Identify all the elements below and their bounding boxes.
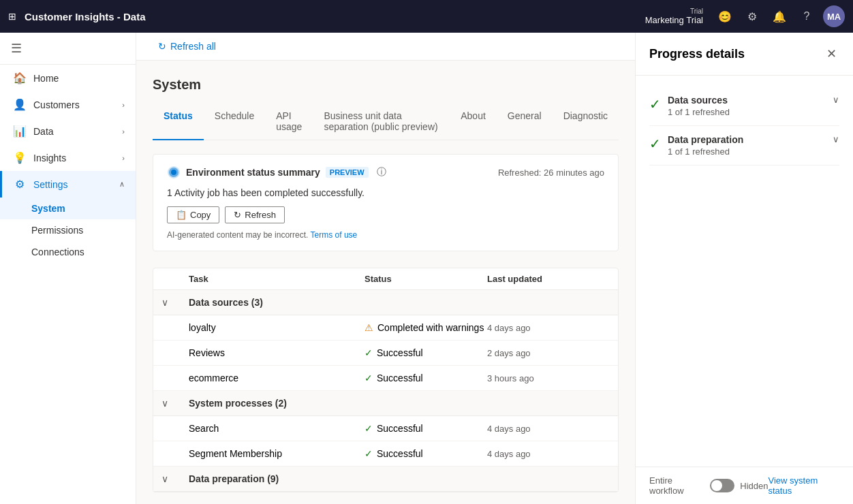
task-table: Task Status Last updated ∨ Data sources … — [153, 268, 619, 492]
app-layout: ☰ 🏠 Home 👤 Customers › 📊 Data › 💡 Insigh… — [0, 33, 853, 504]
info-icon: ⓘ — [377, 166, 386, 178]
env-status-header: Environment status summary PREVIEW ⓘ Ref… — [167, 166, 604, 179]
sidebar-sub-item-system[interactable]: System — [0, 198, 136, 219]
copy-button[interactable]: 📋 Copy — [167, 206, 219, 223]
apps-icon[interactable]: ⊞ — [8, 11, 16, 22]
progress-item-title: Data preparation — [668, 134, 826, 145]
progress-panel: Progress details ✕ ✓ Data sources 1 of 1… — [635, 33, 853, 504]
page-body: System Status Schedule API usage Busines… — [136, 61, 635, 504]
tab-status[interactable]: Status — [153, 104, 204, 140]
sidebar-item-home[interactable]: 🏠 Home — [0, 65, 136, 91]
customers-icon: 👤 — [13, 98, 27, 111]
svg-point-2 — [171, 170, 176, 175]
section-row-data-sources: ∨ Data sources (3) — [153, 290, 618, 315]
env-status-message: 1 Activity job has been completed succes… — [167, 187, 604, 198]
tab-general[interactable]: General — [497, 104, 553, 140]
page-title: System — [153, 77, 619, 93]
refresh-all-label: Refresh all — [170, 41, 216, 52]
progress-panel-body: ✓ Data sources 1 of 1 refreshed ∨ ✓ Data… — [636, 76, 853, 467]
help-button[interactable]: ? — [796, 5, 818, 27]
tab-diagnostic[interactable]: Diagnostic — [553, 104, 619, 140]
entire-workflow-toggle[interactable] — [710, 479, 735, 492]
section-row-system-processes: ∨ System processes (2) — [153, 391, 618, 416]
section-row-data-preparation: ∨ Data preparation (9) — [153, 467, 618, 492]
table-row: Search ✓ Successful 4 days ago — [153, 416, 618, 441]
refresh-label: Refresh — [245, 210, 276, 220]
sidebar-item-data[interactable]: 📊 Data › — [0, 118, 136, 144]
warning-icon: ⚠ — [365, 322, 373, 333]
task-name: Segment Membership — [189, 448, 365, 459]
task-name: loyalty — [189, 322, 365, 333]
entire-workflow-label: Entire workflow — [649, 475, 704, 496]
copy-icon: 📋 — [176, 210, 187, 220]
section-collapse-button[interactable]: ∨ — [161, 398, 168, 409]
refresh-icon: ↻ — [234, 210, 241, 220]
progress-expand-button[interactable]: ∨ — [833, 95, 839, 105]
sidebar-sub-item-connections[interactable]: Connections — [0, 241, 136, 263]
view-system-status-link[interactable]: View system status — [768, 475, 839, 496]
last-updated: 3 hours ago — [487, 373, 610, 383]
sidebar-sub-item-permissions[interactable]: Permissions — [0, 219, 136, 241]
section-collapse-button[interactable]: ∨ — [161, 297, 168, 308]
sidebar-menu-button[interactable]: ☰ — [0, 33, 136, 65]
progress-item-sub: 1 of 1 refreshed — [668, 107, 826, 117]
hidden-label: Hidden — [740, 481, 768, 491]
sidebar-sub-item-label: Connections — [31, 247, 84, 257]
refresh-all-button[interactable]: ↻ Refresh all — [153, 38, 221, 54]
avatar[interactable]: MA — [823, 5, 845, 27]
status-text: Successful — [377, 347, 423, 358]
sidebar-item-label: Customers — [33, 99, 80, 110]
task-name: ecommerce — [189, 373, 365, 383]
section-collapse-button[interactable]: ∨ — [161, 473, 168, 484]
home-icon: 🏠 — [13, 72, 27, 84]
table-row: Reviews ✓ Successful 2 days ago — [153, 341, 618, 366]
progress-item-sub: 1 of 1 refreshed — [668, 146, 826, 157]
table-header: Task Status Last updated — [153, 268, 618, 290]
org-info: Trial Marketing Trial — [645, 7, 703, 25]
last-updated: 2 days ago — [487, 348, 610, 358]
terms-of-use-link[interactable]: Terms of use — [311, 230, 358, 240]
tab-business-unit[interactable]: Business unit data separation (public pr… — [313, 104, 450, 140]
progress-item-title: Data sources — [668, 95, 826, 106]
tab-about[interactable]: About — [450, 104, 497, 140]
check-icon: ✓ — [649, 136, 661, 152]
chevron-down-icon: › — [122, 127, 125, 136]
refreshed-text: Refreshed: 26 minutes ago — [498, 168, 604, 178]
progress-expand-button[interactable]: ∨ — [833, 134, 839, 144]
env-status-title: Environment status summary — [186, 167, 320, 178]
emoji-button[interactable]: 😊 — [714, 5, 736, 27]
section-chevron-cell: ∨ — [161, 473, 189, 484]
tab-api-usage[interactable]: API usage — [265, 104, 313, 140]
bell-button[interactable]: 🔔 — [769, 5, 790, 27]
success-icon: ✓ — [365, 423, 373, 434]
tabs: Status Schedule API usage Business unit … — [153, 104, 619, 140]
section-title-data-sources: Data sources (3) — [189, 297, 365, 308]
sidebar-sub-item-label: System — [31, 203, 65, 214]
header-col1 — [161, 274, 189, 284]
trial-label: Trial — [690, 7, 703, 15]
disclaimer: AI-generated content may be incorrect. T… — [167, 230, 604, 240]
progress-panel-header: Progress details ✕ — [636, 33, 853, 76]
app-title: Customer Insights - Data — [25, 11, 645, 22]
sidebar-item-settings[interactable]: ⚙ Settings ∧ — [0, 171, 136, 198]
success-icon: ✓ — [365, 448, 373, 459]
sidebar-item-insights[interactable]: 💡 Insights › — [0, 144, 136, 171]
env-actions: 📋 Copy ↻ Refresh — [167, 206, 604, 223]
toggle-knob — [711, 480, 722, 491]
sidebar-item-label: Data — [33, 126, 54, 137]
sidebar-sub-item-label: Permissions — [31, 225, 83, 236]
progress-item-info: Data preparation 1 of 1 refreshed — [668, 134, 826, 157]
check-icon: ✓ — [649, 96, 661, 112]
progress-panel-close-button[interactable]: ✕ — [824, 44, 839, 64]
status-text: Successful — [377, 373, 423, 383]
sidebar-item-label: Settings — [33, 179, 68, 190]
status-text: Successful — [377, 423, 423, 434]
progress-item-data-sources: ✓ Data sources 1 of 1 refreshed ∨ — [649, 86, 839, 126]
refresh-button[interactable]: ↻ Refresh — [225, 206, 285, 223]
chevron-up-icon: ∧ — [119, 180, 125, 189]
settings-button[interactable]: ⚙ — [741, 5, 763, 27]
tab-schedule[interactable]: Schedule — [204, 104, 265, 140]
last-updated: 4 days ago — [487, 424, 610, 434]
status-cell: ✓ Successful — [365, 347, 487, 358]
sidebar-item-customers[interactable]: 👤 Customers › — [0, 91, 136, 118]
